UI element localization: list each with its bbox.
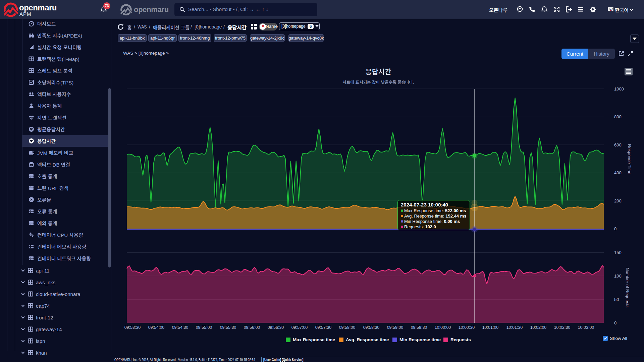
svg-text:1000: 1000: [614, 86, 624, 92]
svg-text:10:02:00: 10:02:00: [530, 325, 547, 330]
svg-text:Number of Requests: Number of Requests: [625, 267, 630, 308]
svg-text:0: 0: [614, 226, 616, 231]
svg-text:10:03:00: 10:03:00: [578, 325, 594, 330]
svg-text:09:59:00: 09:59:00: [387, 325, 404, 330]
svg-text:10:01:00: 10:01:00: [482, 325, 499, 330]
svg-text:09:54:30: 09:54:30: [172, 325, 189, 330]
svg-text:800: 800: [614, 114, 622, 119]
svg-text:09:57:00: 09:57:00: [291, 325, 308, 330]
svg-text:09:54:00: 09:54:00: [148, 325, 165, 330]
svg-text:10:01:30: 10:01:30: [506, 325, 523, 330]
svg-text:09:59:30: 09:59:30: [411, 325, 427, 330]
svg-text:10:00:00: 10:00:00: [435, 325, 451, 330]
svg-text:09:58:00: 09:58:00: [339, 325, 356, 330]
svg-text:100: 100: [614, 274, 622, 279]
svg-text:Response Time: Response Time: [627, 144, 632, 174]
svg-text:400: 400: [614, 170, 622, 175]
svg-text:09:53:30: 09:53:30: [124, 325, 141, 330]
svg-text:200: 200: [614, 198, 622, 203]
svg-text:09:56:30: 09:56:30: [268, 325, 284, 330]
svg-text:09:58:30: 09:58:30: [363, 325, 380, 330]
svg-text:0: 0: [614, 320, 616, 325]
svg-text:09:56:00: 09:56:00: [244, 325, 260, 330]
svg-text:10:02:30: 10:02:30: [554, 325, 571, 330]
svg-text:50: 50: [614, 297, 619, 302]
svg-text:10:00:30: 10:00:30: [459, 325, 475, 330]
svg-text:09:55:30: 09:55:30: [220, 325, 236, 330]
svg-text:600: 600: [614, 142, 622, 147]
svg-text:09:57:30: 09:57:30: [315, 325, 332, 330]
svg-text:09:55:00: 09:55:00: [196, 325, 212, 330]
svg-text:150: 150: [614, 250, 622, 255]
